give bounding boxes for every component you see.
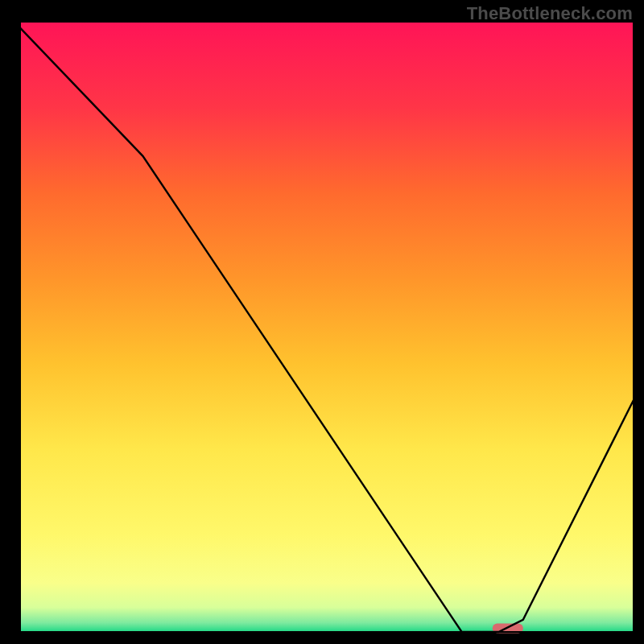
- chart-frame: TheBottleneck.com: [0, 0, 644, 644]
- watermark-text: TheBottleneck.com: [467, 3, 633, 24]
- plot-background: [20, 22, 634, 632]
- bottleneck-chart: [0, 0, 644, 644]
